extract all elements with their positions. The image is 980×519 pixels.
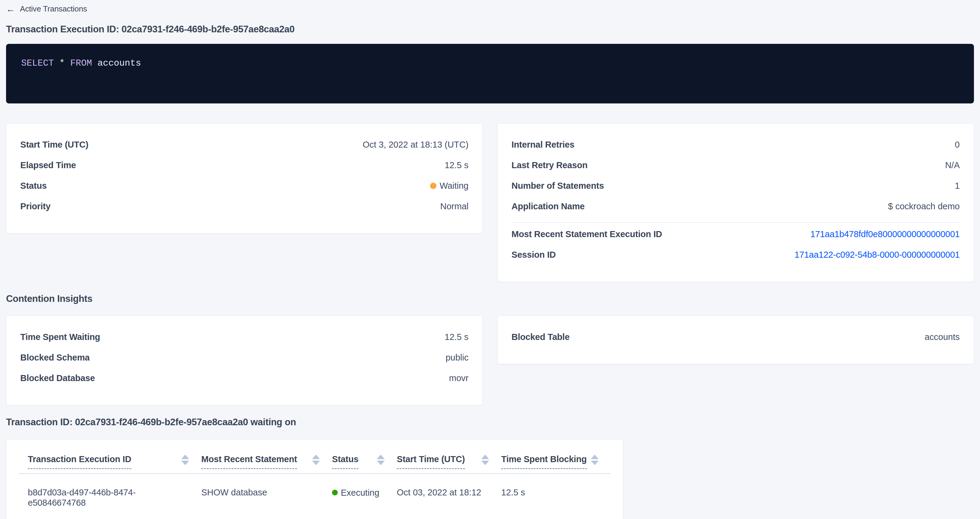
column-header-status[interactable]: Status bbox=[332, 454, 397, 469]
page-title: Transaction Execution ID: 02ca7931-f246-… bbox=[6, 24, 974, 35]
waiting-status-dot-icon bbox=[430, 183, 436, 189]
card-divider bbox=[511, 222, 960, 223]
summary-row-elapsed-time: Elapsed Time 12.5 s bbox=[20, 160, 469, 170]
row-label: Session ID bbox=[511, 249, 556, 260]
contention-row-time-spent-waiting: Time Spent Waiting 12.5 s bbox=[20, 332, 469, 342]
contention-left-card: Time Spent Waiting 12.5 s Blocked Schema… bbox=[6, 316, 483, 405]
row-value: public bbox=[445, 352, 469, 363]
summary-row-status: Status Waiting bbox=[20, 181, 469, 191]
row-label: Number of Statements bbox=[511, 181, 604, 191]
row-value: N/A bbox=[945, 160, 960, 170]
row-label: Application Name bbox=[511, 201, 585, 211]
contention-insights-heading: Contention Insights bbox=[6, 294, 974, 304]
column-header-start-time[interactable]: Start Time (UTC) bbox=[397, 454, 501, 469]
summary-cards-row: Start Time (UTC) Oct 3, 2022 at 18:13 (U… bbox=[6, 124, 974, 282]
row-label: Time Spent Waiting bbox=[20, 332, 100, 342]
row-label: Status bbox=[20, 181, 47, 191]
sort-icon[interactable] bbox=[312, 455, 320, 465]
row-label: Internal Retries bbox=[511, 140, 574, 150]
table-header-row: Transaction Execution ID Most Recent Sta… bbox=[19, 454, 611, 469]
summary-row-priority: Priority Normal bbox=[20, 201, 469, 211]
statement-execution-id-link[interactable]: 171aa1b478fdf0e80000000000000001 bbox=[810, 229, 960, 239]
contention-right-card: Blocked Table accounts bbox=[497, 316, 974, 364]
table-row: b8d7d03a-d497-446b-8474-e50846674768 SHO… bbox=[19, 474, 611, 519]
column-header-time-spent-blocking[interactable]: Time Spent Blocking bbox=[501, 454, 611, 469]
session-id-link[interactable]: 171aa122-c092-54b8-0000-000000000001 bbox=[794, 249, 960, 260]
status-badge: Waiting bbox=[430, 181, 469, 191]
row-value: $ cockroach demo bbox=[888, 201, 960, 211]
row-value: Oct 3, 2022 at 18:13 (UTC) bbox=[363, 140, 469, 150]
transaction-meta-card: Internal Retries 0 Last Retry Reason N/A… bbox=[497, 124, 974, 282]
row-value: 12.5 s bbox=[445, 332, 469, 342]
row-value: accounts bbox=[924, 332, 960, 342]
cell-start-time: Oct 03, 2022 at 18:12 bbox=[397, 487, 501, 508]
summary-row-start-time: Start Time (UTC) Oct 3, 2022 at 18:13 (U… bbox=[20, 140, 469, 150]
sql-statement-box: SELECT * FROM accounts bbox=[6, 44, 974, 103]
column-header-label: Transaction Execution ID bbox=[28, 454, 131, 469]
summary-row-internal-retries: Internal Retries 0 bbox=[511, 140, 960, 150]
row-label: Last Retry Reason bbox=[511, 160, 587, 170]
row-label: Start Time (UTC) bbox=[20, 140, 88, 150]
column-header-transaction-execution-id[interactable]: Transaction Execution ID bbox=[28, 454, 201, 469]
row-label: Elapsed Time bbox=[20, 160, 76, 170]
cell-most-recent-statement: SHOW database bbox=[201, 487, 332, 508]
contention-row-blocked-database: Blocked Database movr bbox=[20, 373, 469, 383]
row-value: movr bbox=[449, 373, 469, 383]
contention-row-blocked-table: Blocked Table accounts bbox=[511, 332, 960, 342]
row-label: Priority bbox=[20, 201, 51, 211]
waiting-on-heading: Transaction ID: 02ca7931-f246-469b-b2fe-… bbox=[6, 417, 974, 428]
column-header-most-recent-statement[interactable]: Most Recent Statement bbox=[201, 454, 332, 469]
row-value: 0 bbox=[955, 140, 960, 150]
contention-cards-row: Time Spent Waiting 12.5 s Blocked Schema… bbox=[6, 316, 974, 405]
back-link-label: Active Transactions bbox=[20, 4, 87, 14]
waiting-on-table-card: Transaction Execution ID Most Recent Sta… bbox=[6, 439, 623, 519]
sql-identifier: accounts bbox=[97, 58, 141, 69]
column-header-label: Most Recent Statement bbox=[201, 454, 297, 469]
sort-icon[interactable] bbox=[481, 455, 489, 465]
cell-transaction-execution-id[interactable]: b8d7d03a-d497-446b-8474-e50846674768 bbox=[28, 487, 201, 508]
transaction-summary-card: Start Time (UTC) Oct 3, 2022 at 18:13 (U… bbox=[6, 124, 483, 233]
sort-icon[interactable] bbox=[377, 455, 385, 465]
back-link[interactable]: ← Active Transactions bbox=[6, 4, 87, 14]
sort-icon[interactable] bbox=[181, 455, 189, 465]
row-label: Blocked Schema bbox=[20, 352, 89, 363]
sort-icon[interactable] bbox=[591, 455, 599, 465]
row-value: Normal bbox=[441, 201, 469, 211]
row-label: Blocked Table bbox=[511, 332, 570, 342]
row-value: 1 bbox=[955, 181, 960, 191]
transaction-details-page: ← Active Transactions Transaction Execut… bbox=[0, 0, 980, 519]
row-value: 12.5 s bbox=[445, 160, 469, 170]
back-arrow-icon: ← bbox=[6, 5, 15, 14]
column-header-label: Time Spent Blocking bbox=[501, 454, 587, 469]
cell-time-spent-blocking: 12.5 s bbox=[501, 487, 611, 508]
row-label: Most Recent Statement Execution ID bbox=[511, 229, 662, 239]
summary-row-session-id: Session ID 171aa122-c092-54b8-0000-00000… bbox=[511, 249, 960, 260]
row-label: Blocked Database bbox=[20, 373, 95, 383]
status-text: Executing bbox=[341, 487, 379, 498]
column-header-label: Status bbox=[332, 454, 358, 469]
executing-status-dot-icon bbox=[332, 490, 338, 495]
summary-row-statement-execution-id: Most Recent Statement Execution ID 171aa… bbox=[511, 229, 960, 239]
column-header-label: Start Time (UTC) bbox=[397, 454, 465, 469]
status-text: Waiting bbox=[439, 181, 469, 191]
summary-row-last-retry-reason: Last Retry Reason N/A bbox=[511, 160, 960, 170]
sql-star: * bbox=[59, 58, 65, 69]
sql-keyword-select: SELECT bbox=[21, 58, 54, 69]
summary-row-application-name: Application Name $ cockroach demo bbox=[511, 201, 960, 211]
sql-keyword-from: FROM bbox=[70, 58, 92, 69]
cell-status: Executing bbox=[332, 487, 397, 508]
contention-row-blocked-schema: Blocked Schema public bbox=[20, 352, 469, 363]
summary-row-number-of-statements: Number of Statements 1 bbox=[511, 181, 960, 191]
